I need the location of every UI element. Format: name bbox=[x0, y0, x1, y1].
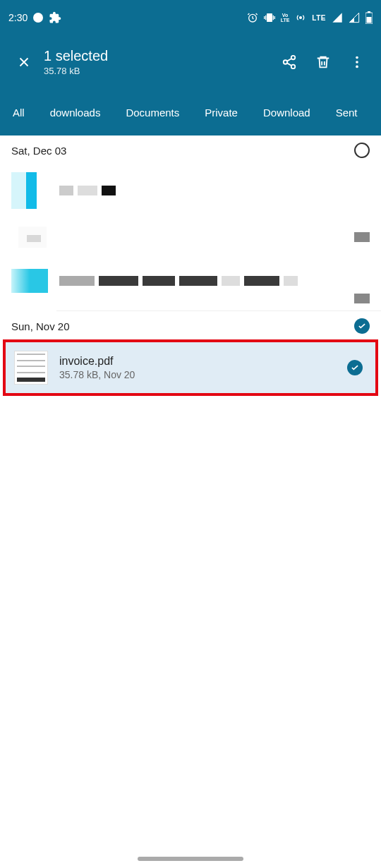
file-meta: 35.78 kB, Nov 20 bbox=[59, 369, 336, 380]
select-all-checked-icon[interactable] bbox=[354, 318, 370, 334]
tab-download[interactable]: Download bbox=[250, 89, 323, 135]
delete-button[interactable] bbox=[306, 45, 340, 79]
redacted-block bbox=[354, 232, 370, 242]
tab-all[interactable]: All bbox=[0, 89, 37, 135]
tab-bar: All downloads Documents Private Download… bbox=[0, 89, 381, 135]
app-bar: 1 selected 35.78 kB bbox=[0, 35, 381, 89]
selected-check-icon[interactable] bbox=[347, 360, 363, 375]
status-time: 2:30 bbox=[8, 12, 28, 23]
close-button[interactable] bbox=[7, 45, 41, 79]
select-all-unchecked-icon[interactable] bbox=[354, 143, 370, 158]
notification-dot-icon bbox=[33, 13, 43, 23]
share-icon bbox=[282, 54, 297, 70]
selection-size: 35.78 kB bbox=[44, 66, 272, 76]
alarm-icon bbox=[247, 12, 258, 23]
svg-point-5 bbox=[291, 56, 296, 60]
tab-private[interactable]: Private bbox=[192, 89, 250, 135]
tab-documents[interactable]: Documents bbox=[113, 89, 192, 135]
signal-icon-2 bbox=[349, 12, 360, 23]
file-thumbnail bbox=[11, 172, 48, 209]
redacted-block bbox=[354, 294, 370, 303]
nav-handle[interactable] bbox=[138, 857, 243, 861]
file-info: invoice.pdf 35.78 kB, Nov 20 bbox=[59, 355, 336, 380]
check-icon bbox=[357, 321, 367, 331]
svg-point-1 bbox=[300, 17, 302, 19]
svg-point-6 bbox=[284, 60, 288, 64]
extension-icon bbox=[49, 11, 61, 24]
svg-point-9 bbox=[356, 61, 358, 64]
signal-icon bbox=[332, 12, 343, 23]
trash-icon bbox=[315, 54, 331, 70]
selection-count: 1 selected bbox=[44, 48, 272, 64]
selection-title-block: 1 selected 35.78 kB bbox=[44, 48, 272, 76]
date-label: Sun, Nov 20 bbox=[11, 320, 70, 332]
status-bar: 2:30 Vo LTE LTE bbox=[0, 0, 381, 35]
file-thumbnail bbox=[14, 351, 48, 385]
file-name: invoice.pdf bbox=[59, 355, 336, 368]
more-vert-icon bbox=[349, 54, 365, 70]
file-thumbnail bbox=[11, 269, 48, 293]
date-header[interactable]: Sun, Nov 20 bbox=[0, 311, 381, 339]
status-left: 2:30 bbox=[8, 11, 61, 24]
overflow-menu-button[interactable] bbox=[340, 45, 374, 79]
hotspot-icon bbox=[295, 12, 306, 23]
lte-indicator: LTE bbox=[312, 14, 326, 22]
list-item[interactable] bbox=[0, 164, 381, 217]
list-item[interactable] bbox=[0, 257, 381, 311]
list-item-selected[interactable]: invoice.pdf 35.78 kB, Nov 20 bbox=[6, 342, 375, 393]
close-icon bbox=[16, 54, 32, 70]
svg-point-8 bbox=[356, 56, 358, 59]
redacted-text bbox=[59, 186, 116, 195]
date-header[interactable]: Sat, Dec 03 bbox=[0, 135, 381, 164]
redacted-text bbox=[59, 276, 370, 286]
svg-rect-3 bbox=[368, 11, 370, 13]
svg-rect-4 bbox=[367, 17, 372, 23]
tab-sent[interactable]: Sent bbox=[323, 89, 370, 135]
svg-point-7 bbox=[291, 65, 296, 69]
status-right: Vo LTE LTE bbox=[247, 11, 373, 24]
share-button[interactable] bbox=[272, 45, 306, 79]
volte-indicator: Vo LTE bbox=[281, 13, 290, 23]
file-thumbnail bbox=[18, 227, 47, 248]
svg-point-10 bbox=[356, 66, 358, 68]
check-icon bbox=[350, 363, 360, 373]
battery-icon bbox=[365, 11, 373, 24]
date-label: Sat, Dec 03 bbox=[11, 145, 66, 157]
tab-downloads[interactable]: downloads bbox=[37, 89, 114, 135]
highlighted-selection: invoice.pdf 35.78 kB, Nov 20 bbox=[3, 339, 378, 396]
vibrate-icon bbox=[264, 12, 275, 23]
list-item[interactable] bbox=[0, 217, 381, 257]
